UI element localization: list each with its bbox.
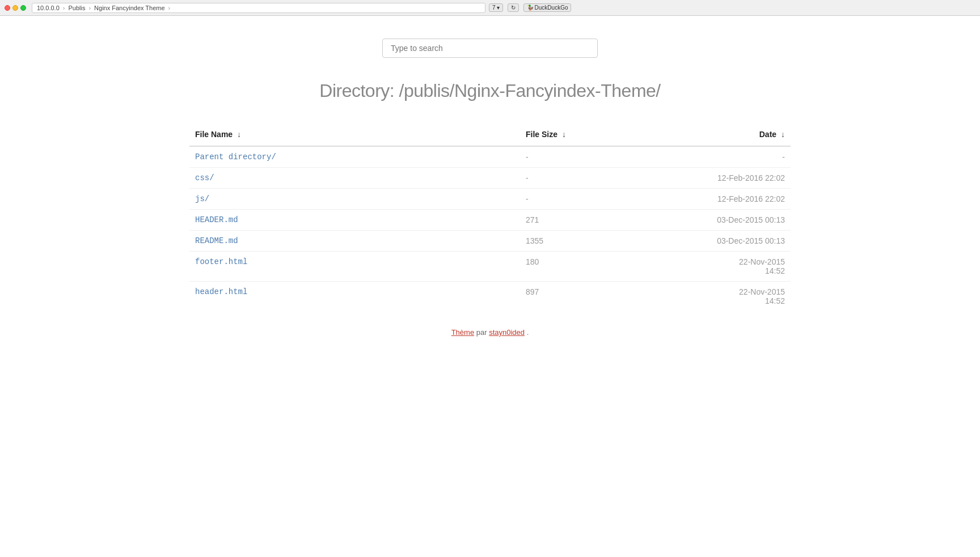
reload-button[interactable]: ↻	[508, 3, 519, 12]
table-row: css/-12-Feb-2016 22:02	[189, 168, 791, 189]
breadcrumb-sep-1: ›	[63, 5, 65, 11]
url-publis: Publis	[68, 5, 85, 11]
close-button-tl[interactable]	[5, 5, 10, 11]
file-name-cell: README.md	[189, 231, 520, 252]
footer-period: .	[527, 328, 529, 337]
column-header-name[interactable]: File Name ↓	[189, 124, 520, 146]
file-size-cell: -	[520, 189, 640, 210]
file-size-cell: 271	[520, 210, 640, 231]
file-link[interactable]: js/	[195, 194, 209, 203]
sort-arrow-name: ↓	[237, 130, 241, 139]
sort-arrow-size: ↓	[562, 130, 566, 139]
file-name-cell: Parent directory/	[189, 146, 520, 168]
file-date-cell: 22-Nov-2015 14:52	[640, 252, 791, 282]
chevron-down-icon: ▾	[497, 5, 500, 11]
url-ip: 10.0.0.0	[37, 5, 60, 11]
file-table-body: Parent directory/--css/-12-Feb-2016 22:0…	[189, 146, 791, 311]
sort-arrow-date: ↓	[781, 130, 785, 139]
table-row: README.md135503-Dec-2015 00:13	[189, 231, 791, 252]
breadcrumb-sep-3: ›	[168, 5, 171, 11]
duck-icon: 🦆	[527, 5, 534, 11]
table-header-row: File Name ↓ File Size ↓ Date ↓	[189, 124, 791, 146]
version-button[interactable]: 7 ▾	[489, 3, 503, 12]
table-row: header.html89722-Nov-2015 14:52	[189, 282, 791, 312]
version-label: 7	[492, 5, 496, 11]
file-link[interactable]: Parent directory/	[195, 152, 276, 161]
file-size-cell: 180	[520, 252, 640, 282]
main-content: Directory: /publis/Nginx-Fancyindex-Them…	[178, 16, 802, 359]
file-link[interactable]: HEADER.md	[195, 215, 238, 224]
file-link[interactable]: footer.html	[195, 257, 247, 266]
file-name-cell: css/	[189, 168, 520, 189]
breadcrumb-sep-2: ›	[88, 5, 91, 11]
url-theme: Nginx Fancyindex Theme	[94, 5, 165, 11]
file-table: File Name ↓ File Size ↓ Date ↓ Parent di…	[189, 124, 791, 311]
table-row: footer.html18022-Nov-2015 14:52	[189, 252, 791, 282]
file-date-cell: 12-Feb-2016 22:02	[640, 189, 791, 210]
traffic-lights	[5, 5, 26, 11]
table-row: HEADER.md27103-Dec-2015 00:13	[189, 210, 791, 231]
file-name-cell: js/	[189, 189, 520, 210]
file-date-cell: 03-Dec-2015 00:13	[640, 231, 791, 252]
column-header-date[interactable]: Date ↓	[640, 124, 791, 146]
author-link[interactable]: stayn0ided	[489, 328, 525, 337]
file-name-cell: header.html	[189, 282, 520, 312]
table-row: Parent directory/--	[189, 146, 791, 168]
file-size-cell: 1355	[520, 231, 640, 252]
minimize-button-tl[interactable]	[12, 5, 18, 11]
file-date-cell: 22-Nov-2015 14:52	[640, 282, 791, 312]
file-date-cell: 03-Dec-2015 00:13	[640, 210, 791, 231]
file-date-cell: -	[640, 146, 791, 168]
file-link[interactable]: css/	[195, 173, 214, 182]
file-link[interactable]: header.html	[195, 287, 247, 296]
footer: Thème par stayn0ided .	[189, 328, 791, 337]
search-input[interactable]	[382, 39, 598, 58]
theme-link[interactable]: Thème	[451, 328, 474, 337]
file-size-cell: -	[520, 146, 640, 168]
column-header-size[interactable]: File Size ↓	[520, 124, 640, 146]
file-link[interactable]: README.md	[195, 236, 238, 245]
file-name-cell: HEADER.md	[189, 210, 520, 231]
file-size-cell: -	[520, 168, 640, 189]
file-date-cell: 12-Feb-2016 22:02	[640, 168, 791, 189]
file-size-cell: 897	[520, 282, 640, 312]
search-container	[189, 39, 791, 58]
browser-chrome: 10.0.0.0 › Publis › Nginx Fancyindex The…	[0, 0, 980, 16]
directory-title: Directory: /publis/Nginx-Fancyindex-Them…	[189, 80, 791, 101]
table-row: js/-12-Feb-2016 22:02	[189, 189, 791, 210]
url-bar[interactable]: 10.0.0.0 › Publis › Nginx Fancyindex The…	[32, 3, 485, 13]
file-name-cell: footer.html	[189, 252, 520, 282]
reload-icon: ↻	[511, 5, 516, 11]
search-engine-button[interactable]: 🦆 DuckDuckGo	[523, 3, 572, 12]
browser-right-controls: 7 ▾ ↻ 🦆 DuckDuckGo	[489, 3, 571, 12]
maximize-button-tl[interactable]	[20, 5, 26, 11]
footer-text: par	[476, 328, 489, 337]
search-engine-label: DuckDuckGo	[535, 5, 568, 11]
